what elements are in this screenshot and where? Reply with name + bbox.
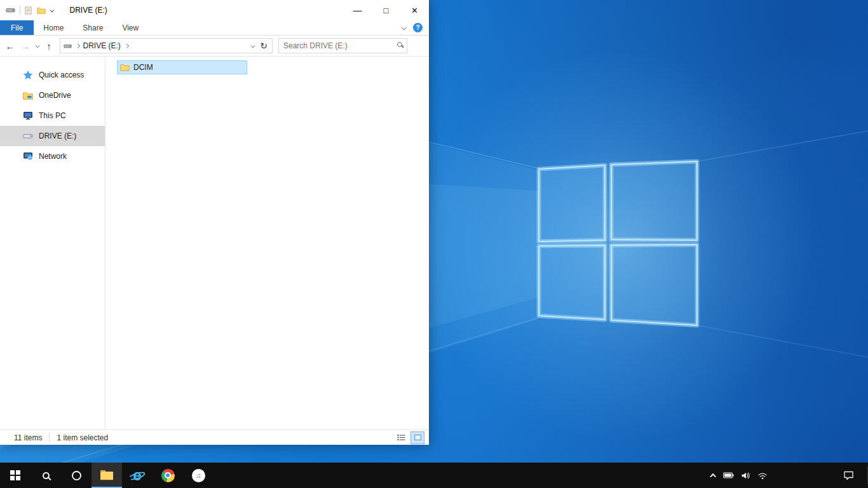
window-controls: — □ ✕ xyxy=(343,0,429,20)
chrome-icon xyxy=(161,469,175,482)
file-explorer-window: DRIVE (E:) — □ ✕ File Home Share View ? … xyxy=(0,0,429,445)
breadcrumb-chevron-icon[interactable] xyxy=(125,44,128,48)
status-item-count: 11 items xyxy=(14,433,42,442)
chrome-button[interactable] xyxy=(153,463,183,488)
volume-icon[interactable] xyxy=(741,471,750,480)
drive-icon xyxy=(23,132,33,140)
status-separator xyxy=(49,433,50,442)
forward-button[interactable]: → xyxy=(18,38,33,53)
sidebar-item-network[interactable]: Network xyxy=(0,146,105,166)
windows-logo-icon xyxy=(10,470,20,480)
refresh-button[interactable]: ↻ xyxy=(260,41,268,51)
network-icon xyxy=(23,152,33,161)
help-icon[interactable]: ? xyxy=(413,23,423,32)
status-selection: 1 item selected xyxy=(57,433,108,442)
qat-separator xyxy=(20,6,20,15)
hidden-icons-chevron-icon[interactable] xyxy=(710,473,716,479)
sidebar-item-label: Quick access xyxy=(39,71,84,79)
navigation-pane: Quick access OneDrive This PC xyxy=(0,57,105,430)
battery-icon[interactable] xyxy=(723,471,734,479)
tab-share[interactable]: Share xyxy=(73,20,112,35)
window-drive-icon xyxy=(6,6,15,14)
window-title: DRIVE (E:) xyxy=(70,6,107,15)
network-wifi-icon[interactable] xyxy=(757,471,768,480)
maximize-button[interactable]: □ xyxy=(372,0,400,20)
details-view-button[interactable] xyxy=(395,432,407,444)
internet-explorer-icon: e xyxy=(129,467,146,484)
expand-ribbon-chevron-icon[interactable] xyxy=(401,25,406,30)
this-pc-icon xyxy=(23,111,33,120)
cortana-button[interactable] xyxy=(61,463,92,488)
breadcrumb-location[interactable]: DRIVE (E:) xyxy=(83,41,121,50)
folder-icon xyxy=(120,64,130,71)
ribbon-tab-strip: File Home Share View ? xyxy=(0,20,429,36)
back-button[interactable]: ← xyxy=(3,38,18,53)
start-button[interactable] xyxy=(0,463,31,488)
sidebar-item-drive-e[interactable]: DRIVE (E:) xyxy=(0,126,105,146)
cortana-icon xyxy=(72,471,81,480)
taskbar: e ♫ xyxy=(0,463,868,488)
recent-locations-chevron-icon[interactable] xyxy=(33,44,41,48)
sidebar-item-onedrive[interactable]: OneDrive xyxy=(0,85,105,105)
breadcrumb-drive-icon xyxy=(64,43,72,50)
navigation-bar: ← → ↑ DRIVE (E:) ↻ xyxy=(0,36,429,57)
quick-access-star-icon xyxy=(23,70,33,80)
large-icons-view-icon xyxy=(414,434,422,441)
tab-view[interactable]: View xyxy=(112,20,148,35)
address-bar[interactable]: DRIVE (E:) ↻ xyxy=(60,38,273,53)
search-box xyxy=(278,38,407,53)
action-center-button[interactable] xyxy=(835,463,862,488)
file-item-dcim[interactable]: DCIM xyxy=(117,60,247,74)
taskbar-search-button[interactable] xyxy=(31,463,61,488)
file-name: DCIM xyxy=(133,63,153,72)
quick-access-toolbar xyxy=(0,6,53,15)
properties-button[interactable] xyxy=(25,6,32,15)
tab-file[interactable]: File xyxy=(0,20,34,35)
address-dropdown-chevron-icon[interactable] xyxy=(251,43,255,47)
action-center-icon xyxy=(843,470,854,480)
sidebar-item-this-pc[interactable]: This PC xyxy=(0,105,105,126)
minimize-button[interactable]: — xyxy=(343,0,372,20)
search-icon xyxy=(43,472,50,479)
details-view-icon xyxy=(397,434,405,441)
itunes-icon: ♫ xyxy=(192,469,205,482)
new-folder-button[interactable] xyxy=(37,7,46,14)
file-explorer-icon xyxy=(100,469,114,480)
search-icon[interactable] xyxy=(397,42,402,47)
sidebar-item-label: Network xyxy=(39,152,67,161)
internet-explorer-button[interactable]: e xyxy=(122,463,153,488)
close-button[interactable]: ✕ xyxy=(400,0,429,20)
qat-customize-chevron-icon[interactable] xyxy=(50,8,54,11)
sidebar-item-quick-access[interactable]: Quick access xyxy=(0,65,105,85)
file-list[interactable]: DCIM xyxy=(105,57,429,430)
explorer-main: Quick access OneDrive This PC xyxy=(0,57,429,430)
tab-home[interactable]: Home xyxy=(34,20,73,35)
title-bar: DRIVE (E:) — □ ✕ xyxy=(0,0,429,20)
taskbar-file-explorer-button[interactable] xyxy=(92,463,122,488)
sidebar-item-label: DRIVE (E:) xyxy=(39,132,76,140)
sidebar-item-label: This PC xyxy=(39,111,66,120)
sidebar-item-label: OneDrive xyxy=(39,91,71,100)
onedrive-icon xyxy=(23,92,33,100)
status-bar: 11 items 1 item selected xyxy=(0,430,429,445)
search-input[interactable] xyxy=(278,38,407,53)
large-icons-view-button[interactable] xyxy=(411,432,424,444)
breadcrumb-chevron-icon[interactable] xyxy=(76,44,79,48)
itunes-button[interactable]: ♫ xyxy=(183,463,214,488)
up-button[interactable]: ↑ xyxy=(41,38,57,53)
system-tray xyxy=(712,463,768,488)
